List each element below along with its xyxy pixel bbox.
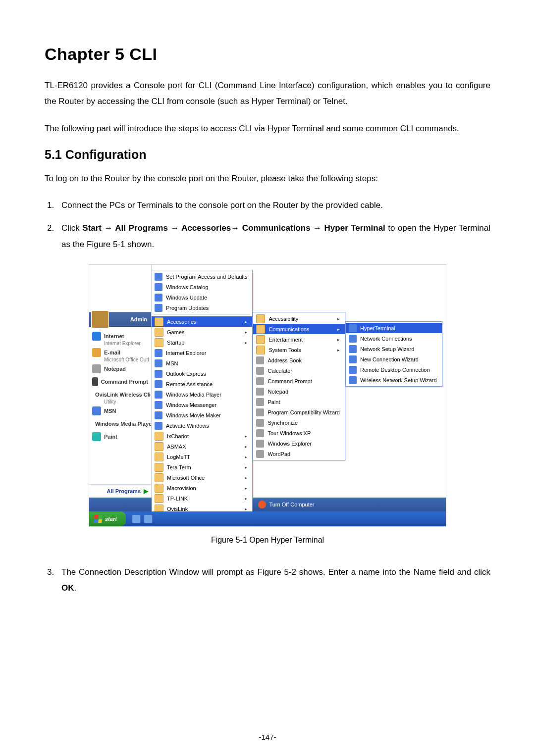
pinned-item[interactable]: Windows Media Playe xyxy=(91,417,149,430)
menu-level-1: Set Program Access and DefaultsWindows C… xyxy=(152,270,253,515)
folder-icon xyxy=(256,314,265,323)
menu-item[interactable]: Windows Explorer xyxy=(253,438,344,449)
menu-item-label: MSN xyxy=(166,360,178,366)
step-2-prefix: Click xyxy=(61,223,82,233)
menu-item-label: Synchronize xyxy=(268,420,298,426)
menu-item[interactable]: Macrovision▸ xyxy=(152,483,252,493)
menu-item[interactable]: Accessibility▸ xyxy=(253,313,344,324)
menu-item[interactable]: Windows Catalog xyxy=(152,282,252,292)
menu-item[interactable]: ASMAX▸ xyxy=(152,441,252,452)
menu-item[interactable]: IxChariot▸ xyxy=(152,431,252,441)
folder-icon xyxy=(155,432,163,441)
menu-item[interactable]: Notepad xyxy=(253,386,344,397)
menu-item[interactable]: MSN xyxy=(152,358,252,368)
menu-item-label: Calculator xyxy=(268,368,292,374)
chevron-right-icon: ▸ xyxy=(245,319,247,324)
menu-item[interactable]: Calculator xyxy=(253,365,344,376)
menu-item[interactable]: Outlook Express xyxy=(152,368,252,379)
menu-item-label: Network Connections xyxy=(360,336,412,342)
step-1: Connect the PCs or Terminals to the cons… xyxy=(56,198,490,213)
menu-item[interactable]: Microsoft Office▸ xyxy=(152,472,252,483)
menu-item-label: Communications xyxy=(268,326,309,332)
menu-item[interactable]: Communications▸ xyxy=(253,324,344,334)
chevron-right-icon: ▸ xyxy=(337,327,340,332)
intro-paragraph-1: TL-ER6120 provides a Console port for CL… xyxy=(45,78,490,110)
menu-level-2: Accessibility▸Communications▸Entertainme… xyxy=(253,312,345,460)
menu-item-label: IxChariot xyxy=(167,433,189,439)
menu-item[interactable]: Windows Update xyxy=(152,292,252,302)
turn-off-button[interactable]: Turn Off Computer xyxy=(258,501,314,508)
app-icon xyxy=(92,432,101,441)
menu-item[interactable]: Remote Desktop Connection xyxy=(346,364,442,375)
menu-item[interactable]: Games▸ xyxy=(152,327,252,337)
menu-item[interactable]: Accessories▸ xyxy=(152,316,252,327)
pinned-item-subtitle: Internet Explorer xyxy=(104,341,149,346)
quick-launch-icon[interactable] xyxy=(132,514,141,523)
pinned-item[interactable]: Notepad xyxy=(91,362,149,375)
menu-item[interactable]: Synchronize xyxy=(253,417,344,428)
pinned-item[interactable]: Paint xyxy=(91,430,149,443)
menu-item-label: Windows Update xyxy=(166,295,207,301)
menu-item[interactable]: Entertainment▸ xyxy=(253,334,344,345)
menu-item[interactable]: Program Compatibility Wizard xyxy=(253,407,344,417)
menu-item-label: Accessories xyxy=(167,319,196,325)
menu-item[interactable]: WordPad xyxy=(253,449,344,459)
menu-item[interactable]: Internet Explorer xyxy=(152,348,252,358)
pinned-item[interactable]: MSN xyxy=(91,404,149,417)
windows-logo-icon xyxy=(94,515,103,523)
menu-item-label: OvisLink xyxy=(167,506,188,512)
pinned-item[interactable]: Command Prompt xyxy=(91,375,149,388)
menu-item[interactable]: System Tools▸ xyxy=(253,345,344,355)
menu-item[interactable]: Network Setup Wizard xyxy=(346,344,442,354)
program-icon xyxy=(256,388,264,396)
pinned-item-title: OvisLink Wireless Clie xyxy=(95,392,151,398)
menu-item[interactable]: New Connection Wizard xyxy=(346,354,442,364)
section-lead: To log on to the Router by the console p… xyxy=(45,171,490,187)
all-programs-button[interactable]: All Programs ▶ xyxy=(89,484,151,498)
menu-item[interactable]: Address Book xyxy=(253,355,344,365)
program-icon xyxy=(155,349,162,357)
program-icon xyxy=(155,422,162,430)
menu-item[interactable]: LogMeTT▸ xyxy=(152,452,252,462)
figure-start-menu: Admin InternetInternet ExplorerE-mailMic… xyxy=(89,264,446,527)
menu-item-label: Set Program Access and Defaults xyxy=(166,274,247,280)
folder-icon xyxy=(155,473,163,482)
menu-item-label: Remote Assistance xyxy=(166,381,213,387)
chevron-right-icon: ▸ xyxy=(245,496,247,501)
menu-item[interactable]: Tour Windows XP xyxy=(253,428,344,438)
menu-item[interactable]: Startup▸ xyxy=(152,337,252,348)
figure-wrap: Admin InternetInternet ExplorerE-mailMic… xyxy=(45,264,490,545)
pinned-item-subtitle: Microsoft Office Outl xyxy=(104,357,149,362)
menu-item[interactable]: Command Prompt xyxy=(253,376,344,386)
menu-item-label: ASMAX xyxy=(167,444,186,450)
menu-item-label: Address Book xyxy=(268,357,301,363)
menu-item[interactable]: Remote Assistance xyxy=(152,379,252,389)
menu-item[interactable]: Program Updates xyxy=(152,302,252,313)
program-icon xyxy=(155,273,162,281)
menu-item-label: Outlook Express xyxy=(166,371,206,377)
step-3: The Connection Description Window will p… xyxy=(56,564,490,597)
menu-item[interactable]: Paint xyxy=(253,397,344,407)
start-button[interactable]: start xyxy=(89,511,126,526)
step-3-suffix: . xyxy=(74,583,77,593)
logoff-band: Log Off Turn Off Computer xyxy=(89,498,446,511)
menu-item-label: Windows Catalog xyxy=(166,284,209,290)
menu-item[interactable]: Windows Messenger xyxy=(152,400,252,410)
menu-item[interactable]: Activate Windows xyxy=(152,420,252,431)
menu-item[interactable]: TP-LINK▸ xyxy=(152,493,252,504)
menu-item[interactable]: Wireless Network Setup Wizard xyxy=(346,375,442,385)
menu-item-label: Windows Messenger xyxy=(166,402,216,408)
menu-item[interactable]: HyperTerminal xyxy=(346,323,442,333)
app-icon xyxy=(92,406,101,415)
step-2-path: Start → All Programs → Accessories→ Comm… xyxy=(82,223,385,233)
folder-icon xyxy=(256,325,265,334)
start-left-column: Admin InternetInternet ExplorerE-mailMic… xyxy=(89,265,152,498)
user-name: Admin xyxy=(130,316,147,322)
menu-item[interactable]: Network Connections xyxy=(346,333,442,344)
menu-item[interactable]: Tera Term▸ xyxy=(152,462,252,472)
chevron-right-icon: ▸ xyxy=(337,348,340,353)
menu-item[interactable]: Windows Media Player xyxy=(152,389,252,400)
menu-item[interactable]: Set Program Access and Defaults xyxy=(152,271,252,282)
menu-item[interactable]: Windows Movie Maker xyxy=(152,410,252,420)
quick-launch-icon[interactable] xyxy=(144,514,153,523)
